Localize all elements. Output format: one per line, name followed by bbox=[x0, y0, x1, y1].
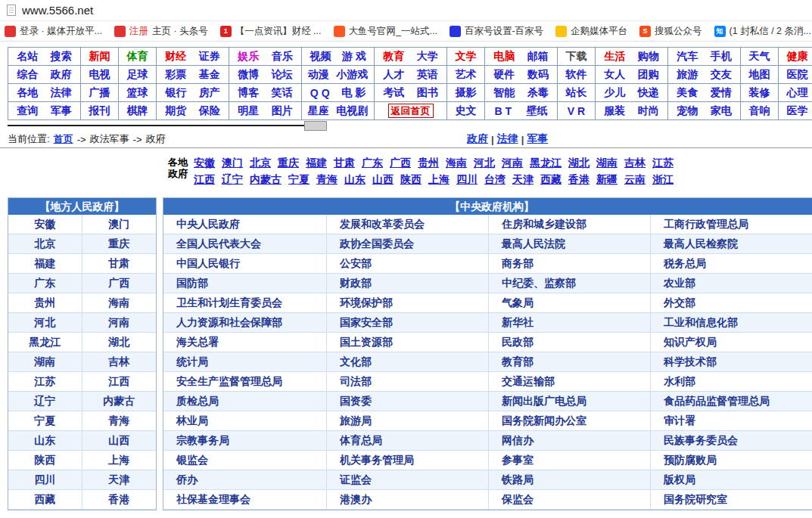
central-gov-link[interactable]: 林业局 bbox=[163, 411, 327, 430]
nav-link[interactable]: 站长 bbox=[566, 86, 587, 100]
local-gov-link[interactable]: 福建 bbox=[8, 254, 82, 273]
nav-link[interactable]: 财经 bbox=[165, 50, 186, 64]
region-link[interactable]: 吉林 bbox=[624, 154, 646, 171]
nav-link[interactable]: 小游戏 bbox=[336, 68, 368, 82]
central-gov-link[interactable]: 参事室 bbox=[489, 451, 651, 470]
nav-link[interactable]: 基金 bbox=[199, 68, 220, 82]
region-link[interactable]: 山西 bbox=[372, 171, 394, 188]
central-gov-link[interactable]: 政协全国委员会 bbox=[327, 234, 489, 253]
central-gov-link[interactable]: 商务部 bbox=[489, 254, 651, 273]
nav-link[interactable]: 医院 bbox=[787, 68, 808, 82]
local-gov-link[interactable]: 重庆 bbox=[82, 234, 157, 253]
nav-link[interactable]: 装修 bbox=[749, 86, 770, 100]
nav-link[interactable]: 搜索 bbox=[51, 50, 72, 64]
central-gov-link[interactable]: 交通运输部 bbox=[489, 372, 651, 391]
nav-link[interactable]: 健康 bbox=[787, 50, 808, 64]
local-gov-link[interactable]: 河北 bbox=[8, 313, 82, 332]
central-gov-link[interactable]: 保监会 bbox=[489, 490, 651, 509]
central-gov-link[interactable]: 国务院新闻办公室 bbox=[489, 411, 651, 430]
local-gov-link[interactable]: 江苏 bbox=[8, 372, 82, 391]
central-gov-link[interactable]: 铁路局 bbox=[489, 470, 651, 489]
nav-link[interactable]: 家电 bbox=[711, 104, 732, 118]
local-gov-link[interactable]: 四川 bbox=[8, 470, 82, 489]
central-gov-link[interactable]: 国务院研究室 bbox=[651, 490, 812, 509]
central-gov-link[interactable]: 统计局 bbox=[163, 352, 327, 371]
nav-link[interactable]: 旅游 bbox=[677, 68, 698, 82]
local-gov-link[interactable]: 海南 bbox=[82, 293, 157, 312]
central-gov-link[interactable]: 国防部 bbox=[163, 274, 327, 293]
region-link[interactable]: 江苏 bbox=[652, 154, 674, 171]
nav-link[interactable]: 少儿 bbox=[604, 86, 625, 100]
region-link[interactable]: 内蒙古 bbox=[250, 171, 282, 188]
local-gov-link[interactable]: 宁夏 bbox=[8, 411, 82, 430]
central-gov-link[interactable]: 预防腐败局 bbox=[651, 451, 812, 470]
central-gov-link[interactable]: 新闻出版广电总局 bbox=[489, 392, 651, 411]
category-link[interactable]: 法律 bbox=[497, 132, 518, 146]
central-gov-link[interactable]: 外交部 bbox=[651, 293, 812, 312]
nav-link[interactable]: 壁纸 bbox=[526, 104, 547, 118]
central-gov-link[interactable]: 旅游局 bbox=[327, 411, 489, 430]
nav-link[interactable]: Q Q bbox=[310, 87, 330, 99]
region-link[interactable]: 甘肃 bbox=[334, 154, 355, 171]
central-gov-link[interactable]: 民政部 bbox=[489, 333, 651, 352]
central-gov-link[interactable]: 中纪委、监察部 bbox=[489, 274, 651, 293]
bookmark-item[interactable]: 注册主页 · 头条号 bbox=[114, 25, 208, 38]
local-gov-link[interactable]: 西藏 bbox=[8, 490, 82, 509]
region-link[interactable]: 湖南 bbox=[596, 154, 618, 171]
region-link[interactable]: 天津 bbox=[512, 171, 534, 188]
central-gov-link[interactable]: 国资委 bbox=[327, 392, 489, 411]
nav-link[interactable]: 音响 bbox=[749, 104, 770, 118]
central-gov-link[interactable]: 审计署 bbox=[651, 411, 812, 430]
central-gov-link[interactable]: 社保基金理事会 bbox=[163, 490, 327, 509]
nav-link[interactable]: 考试 bbox=[383, 86, 404, 100]
nav-link[interactable]: 汽车 bbox=[677, 50, 698, 64]
central-gov-link[interactable]: 质检总局 bbox=[163, 392, 327, 411]
region-link[interactable]: 湖北 bbox=[568, 154, 590, 171]
nav-link[interactable]: 医学 bbox=[787, 104, 808, 118]
nav-link[interactable]: 数码 bbox=[527, 68, 549, 82]
nav-link[interactable]: 足球 bbox=[127, 68, 148, 82]
nav-link[interactable]: 摄影 bbox=[456, 86, 477, 100]
nav-link[interactable]: 地图 bbox=[749, 68, 770, 82]
nav-link[interactable]: 证券 bbox=[199, 50, 220, 64]
nav-link[interactable]: 棋牌 bbox=[127, 104, 148, 118]
nav-link[interactable]: 邮箱 bbox=[527, 50, 549, 64]
bookmark-item[interactable]: 企鹅媒体平台 bbox=[555, 25, 627, 38]
nav-link[interactable]: 笑话 bbox=[272, 86, 293, 100]
local-gov-link[interactable]: 广西 bbox=[82, 274, 157, 293]
local-gov-link[interactable]: 内蒙古 bbox=[82, 392, 157, 411]
central-gov-link[interactable]: 最高人民法院 bbox=[489, 234, 651, 253]
breadcrumb-home-link[interactable]: 首页 bbox=[54, 132, 73, 146]
local-gov-link[interactable]: 安徽 bbox=[8, 215, 82, 234]
central-gov-link[interactable]: 人力资源和社会保障部 bbox=[163, 313, 327, 332]
region-link[interactable]: 广东 bbox=[362, 154, 383, 171]
central-gov-link[interactable]: 气象局 bbox=[489, 293, 651, 312]
central-gov-link[interactable]: 银监会 bbox=[163, 451, 327, 470]
local-gov-link[interactable]: 贵州 bbox=[8, 293, 82, 312]
central-gov-link[interactable]: 中央人民政府 bbox=[163, 215, 327, 234]
nav-link[interactable]: 电 影 bbox=[341, 86, 366, 100]
nav-link[interactable]: 博客 bbox=[238, 86, 259, 100]
central-gov-link[interactable]: 海关总署 bbox=[163, 333, 327, 352]
local-gov-link[interactable]: 甘肃 bbox=[82, 254, 157, 273]
category-link[interactable]: 军事 bbox=[527, 132, 548, 146]
nav-link[interactable]: 音乐 bbox=[272, 50, 293, 64]
central-gov-link[interactable]: 全国人民代表大会 bbox=[163, 234, 327, 253]
central-gov-link[interactable]: 文化部 bbox=[327, 352, 489, 371]
region-link[interactable]: 海南 bbox=[446, 154, 467, 171]
nav-link[interactable]: 明星 bbox=[238, 104, 259, 118]
nav-link[interactable]: 银行 bbox=[165, 86, 186, 100]
local-gov-link[interactable]: 天津 bbox=[82, 470, 157, 489]
nav-link[interactable]: 服装 bbox=[604, 104, 625, 118]
nav-link[interactable]: 报刊 bbox=[89, 104, 110, 118]
central-gov-link[interactable]: 安全生产监督管理总局 bbox=[163, 372, 327, 391]
central-gov-link[interactable]: 农业部 bbox=[651, 274, 812, 293]
region-link[interactable]: 云南 bbox=[624, 171, 646, 188]
nav-link[interactable]: 天气 bbox=[749, 50, 770, 64]
region-link[interactable]: 安徽 bbox=[194, 154, 215, 171]
nav-link[interactable]: 艺术 bbox=[456, 68, 477, 82]
central-gov-link[interactable]: 国家安全部 bbox=[327, 313, 489, 332]
bookmark-item[interactable]: 1【一点资讯】财经 ... bbox=[220, 25, 322, 38]
region-link[interactable]: 澳门 bbox=[222, 154, 243, 171]
central-gov-link[interactable]: 工业和信息化部 bbox=[651, 313, 812, 332]
